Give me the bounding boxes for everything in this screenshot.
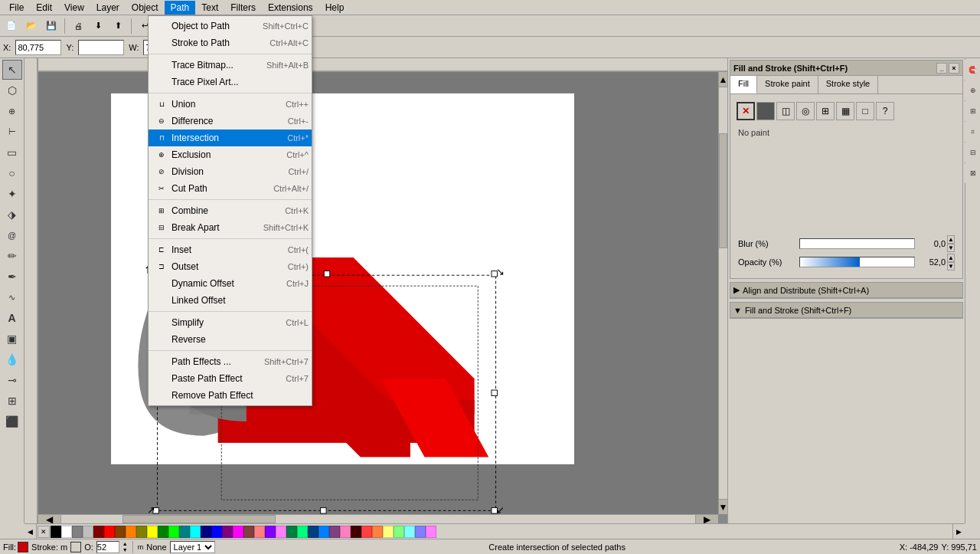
rect-tool[interactable]: ▭ [2,143,22,162]
menu-trace-bitmap[interactable]: Trace Bitmap... Shift+Alt+B [149,57,312,74]
menu-remove-path-effect[interactable]: Remove Path Effect [149,387,312,404]
palette-swatch[interactable] [243,526,254,538]
tab-stroke-style[interactable]: Stroke style [818,76,878,93]
palette-swatch[interactable] [147,526,158,538]
opacity-stepper-status[interactable]: ▲ ▼ [122,541,128,553]
menu-layer[interactable]: Layer [90,1,126,15]
dropper-tool[interactable]: 💧 [2,349,22,369]
palette-swatch[interactable] [211,526,222,538]
pen-tool[interactable]: ✒ [2,267,22,287]
connector-tool[interactable]: ⊸ [2,370,22,390]
palette-swatch[interactable] [115,526,126,538]
scroll-right-btn[interactable]: ▶ [695,515,718,523]
horizontal-scrollbar[interactable]: ◀ ▶ [38,514,718,523]
menu-inset[interactable]: ⊏ Inset Ctrl+( [149,241,312,258]
palette-swatch[interactable] [51,526,61,538]
palette-swatch[interactable] [308,526,318,538]
palette-swatch[interactable] [83,526,93,538]
snap-btn-6[interactable]: ⊠ [963,163,981,183]
palette-swatch[interactable] [168,526,179,538]
palette-swatch[interactable] [426,526,436,538]
palette-swatch[interactable] [222,526,233,538]
ellipse-tool[interactable]: ○ [2,163,22,183]
menu-outset[interactable]: ⊐ Outset Ctrl+) [149,258,312,275]
measure-tool[interactable]: ⊢ [2,122,22,142]
menu-simplify[interactable]: Simplify Ctrl+L [149,314,312,331]
radial-gradient-btn[interactable]: ◎ [796,102,815,120]
scroll-track[interactable] [61,515,695,523]
menu-object-to-path[interactable]: Object to Path Shift+Ctrl+C [149,18,312,34]
palette-swatch[interactable] [233,526,243,538]
flat-color-btn[interactable]: ■ [756,102,775,120]
menu-linked-offset[interactable]: Linked Offset [149,292,312,309]
fill-color-box[interactable] [18,542,28,552]
spiral-tool[interactable]: @ [2,225,22,245]
menu-difference[interactable]: ⊖ Difference Ctrl+- [149,113,312,129]
palette-swatch[interactable] [158,526,168,538]
opacity-input[interactable] [96,541,119,553]
scroll-down-btn[interactable]: ▼ [719,499,727,514]
menu-reverse[interactable]: Reverse [149,331,312,348]
zoom-tool[interactable]: ⊕ [2,101,22,121]
node-tool[interactable]: ⬡ [2,80,22,100]
scroll-left-btn[interactable]: ◀ [38,515,61,523]
palette-swatch[interactable] [361,526,372,538]
palette-scroll-left[interactable]: ◀ [24,524,37,539]
opacity-bar[interactable] [799,257,915,267]
menu-exclusion[interactable]: ⊕ Exclusion Ctrl+^ [149,146,312,163]
menu-text[interactable]: Text [195,1,224,15]
fill-stroke-panel-2-header[interactable]: ▼ Fill and Stroke (Shift+Ctrl+F) [730,303,962,318]
palette-swatch[interactable] [318,526,329,538]
export-button[interactable]: ⬆ [109,18,126,34]
opacity-stepper[interactable]: ▲ ▼ [947,254,955,270]
no-paint-btn[interactable]: ✕ [737,102,755,120]
tab-fill[interactable]: Fill [730,76,757,93]
menu-filters[interactable]: Filters [224,1,262,15]
blur-bar[interactable] [799,238,915,249]
swatch-btn[interactable]: ▦ [836,102,854,120]
menu-paste-path-effect[interactable]: Paste Path Effect Ctrl+7 [149,370,312,387]
vscroll-thumb[interactable] [719,133,727,248]
palette-swatch[interactable] [254,526,265,538]
menu-file[interactable]: File [3,1,30,15]
snap-btn-4[interactable]: ⌗ [963,122,981,142]
y-input[interactable] [78,40,124,55]
palette-none[interactable]: ✕ [38,526,50,538]
open-button[interactable]: 📂 [23,18,40,34]
select-tool[interactable]: ↖ [2,60,22,80]
vertical-scrollbar[interactable]: ▲ ▼ [718,72,727,514]
palette-swatch[interactable] [179,526,190,538]
unset-paint-btn[interactable]: ? [876,102,894,120]
menu-dynamic-offset[interactable]: Dynamic Offset Ctrl+J [149,275,312,292]
snap-btn-5[interactable]: ⊟ [963,143,981,162]
palette-swatch[interactable] [201,526,211,538]
star-tool[interactable]: ✦ [2,184,22,204]
spray-tool[interactable]: ⊞ [2,391,22,411]
palette-swatch[interactable] [394,526,404,538]
menu-intersection[interactable]: ⊓ Intersection Ctrl+* [149,129,312,146]
canvas-inner[interactable]: ↗ ↘ ↗ ↙ [38,72,718,514]
palette-swatch[interactable] [372,526,383,538]
save-button[interactable]: 💾 [43,18,60,34]
palette-swatch[interactable] [190,526,201,538]
menu-union[interactable]: ⊔ Union Ctrl++ [149,96,312,113]
menu-combine[interactable]: ⊞ Combine Ctrl+K [149,202,312,219]
snap-btn-2[interactable]: ⊕ [963,80,981,100]
snap-btn-1[interactable]: 🧲 [963,60,981,80]
canvas-area[interactable]: ↗ ↘ ↗ ↙ ◀ ▶ ▲ ▼ [24,58,727,523]
print-button[interactable]: 🖨 [70,18,87,34]
palette-swatch[interactable] [126,526,136,538]
menu-view[interactable]: View [58,1,90,15]
palette-swatch[interactable] [297,526,308,538]
menu-path-effects[interactable]: Path Effects ... Shift+Ctrl+7 [149,353,312,370]
pencil-tool[interactable]: ✏ [2,246,22,266]
gradient-tool[interactable]: ▣ [2,329,22,349]
palette-scroll-right[interactable]: ▶ [952,524,965,539]
palette-swatch[interactable] [351,526,361,538]
palette-swatch[interactable] [276,526,286,538]
menu-stroke-to-path[interactable]: Stroke to Path Ctrl+Alt+C [149,34,312,51]
palette-swatch[interactable] [136,526,147,538]
palette-swatch[interactable] [404,526,415,538]
stroke-color-box[interactable] [70,542,81,552]
palette-swatch[interactable] [286,526,297,538]
